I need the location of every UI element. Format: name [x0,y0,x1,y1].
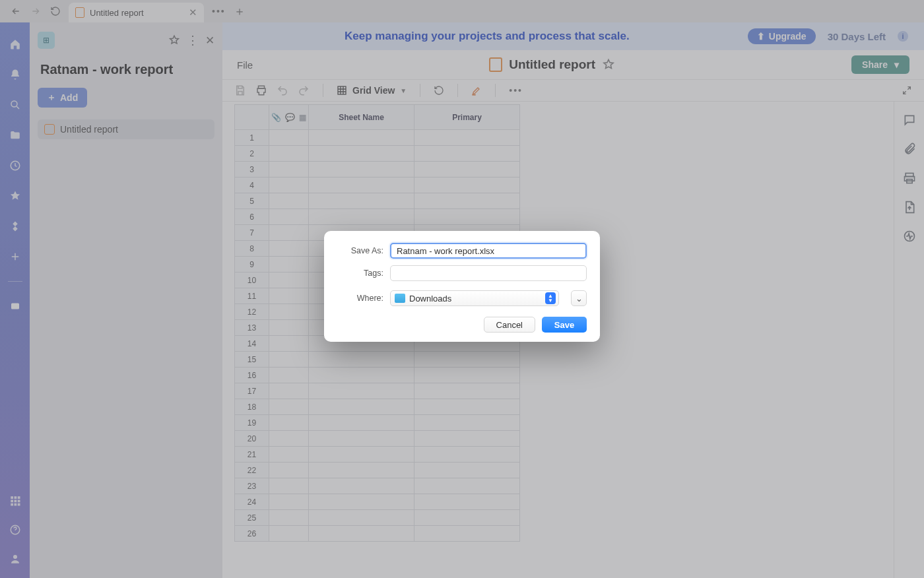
app-root: Untitled report ✕ ••• ＋ [0,0,924,578]
save-as-value: Ratnam - work report.xlsx [397,246,494,256]
save-dialog: Save As: Ratnam - work report.xlsx Tags:… [324,231,600,342]
cancel-button[interactable]: Cancel [484,317,535,333]
where-label: Where: [337,294,383,303]
expand-where-button[interactable]: ⌄ [571,290,587,306]
tags-label: Tags: [337,269,383,278]
where-select[interactable]: Downloads ▲▼ [390,290,559,306]
modal-overlay: Save As: Ratnam - work report.xlsx Tags:… [0,0,924,578]
folder-icon [395,294,405,303]
where-stepper[interactable]: ▲▼ [545,292,556,304]
tags-input[interactable] [390,265,587,281]
save-as-input[interactable]: Ratnam - work report.xlsx [390,243,587,259]
where-value: Downloads [409,294,451,304]
save-button[interactable]: Save [542,317,587,333]
save-as-label: Save As: [337,246,383,255]
